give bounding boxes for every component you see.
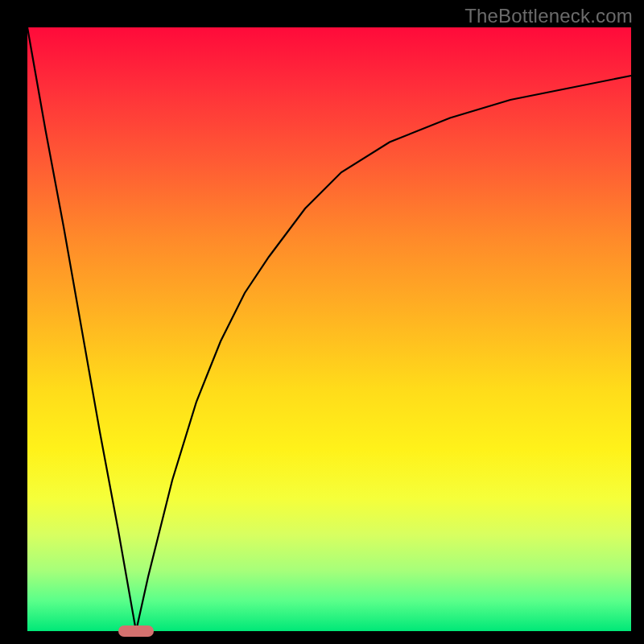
curve-left-branch: [27, 27, 136, 631]
watermark-text: TheBottleneck.com: [464, 5, 633, 27]
minimum-marker: [118, 625, 154, 637]
curve-right-branch: [136, 76, 631, 631]
plot-area: [27, 27, 631, 631]
chart-frame: TheBottleneck.com: [0, 0, 644, 644]
bottleneck-curve: [27, 27, 631, 631]
